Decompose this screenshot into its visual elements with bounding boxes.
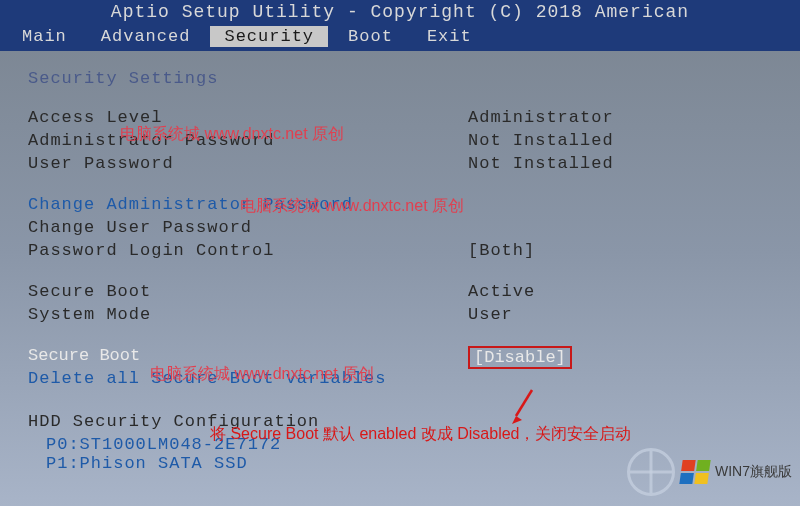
value-user-password: Not Installed xyxy=(468,154,614,173)
row-secure-boot-status: Secure Boot Active xyxy=(28,282,772,301)
logo-text: WIN7旗舰版 xyxy=(715,463,792,481)
logo-area: WIN7旗舰版 xyxy=(627,448,792,496)
value-secure-boot-setting[interactable]: [Disable] xyxy=(468,346,572,369)
content-panel: Security Settings Access Level Administr… xyxy=(0,51,800,481)
row-change-user-password[interactable]: Change User Password xyxy=(28,218,772,237)
row-access-level: Access Level Administrator xyxy=(28,108,772,127)
label-login-control: Password Login Control xyxy=(28,241,468,260)
row-login-control[interactable]: Password Login Control [Both] xyxy=(28,241,772,260)
menu-exit[interactable]: Exit xyxy=(413,26,486,47)
windows-flag-icon xyxy=(679,460,710,484)
menu-advanced[interactable]: Advanced xyxy=(87,26,205,47)
circle-cross-icon xyxy=(627,448,675,496)
menu-boot[interactable]: Boot xyxy=(334,26,407,47)
label-secure-boot-setting: Secure Boot xyxy=(28,346,468,369)
label-admin-password: Administrator Password xyxy=(28,131,468,150)
label-secure-boot-status: Secure Boot xyxy=(28,282,468,301)
annotation-text: 将 Secure Boot 默认 enabled 改成 Disabled，关闭安… xyxy=(210,424,631,445)
delete-secure-boot-variables[interactable]: Delete all Secure Boot variables xyxy=(28,369,772,388)
value-login-control: [Both] xyxy=(468,241,535,260)
value-admin-password: Not Installed xyxy=(468,131,614,150)
section-title: Security Settings xyxy=(28,69,772,88)
label-change-user-password: Change User Password xyxy=(28,218,468,237)
label-access-level: Access Level xyxy=(28,108,468,127)
label-user-password: User Password xyxy=(28,154,468,173)
row-admin-password: Administrator Password Not Installed xyxy=(28,131,772,150)
row-system-mode: System Mode User xyxy=(28,305,772,324)
value-secure-boot-status: Active xyxy=(468,282,535,301)
bios-title-bar: Aptio Setup Utility - Copyright (C) 2018… xyxy=(0,0,800,24)
value-access-level: Administrator xyxy=(468,108,614,127)
change-admin-password[interactable]: Change Administrator Password xyxy=(28,195,772,214)
menu-security[interactable]: Security xyxy=(210,26,328,47)
menu-bar: Main Advanced Security Boot Exit xyxy=(0,24,800,51)
row-user-password: User Password Not Installed xyxy=(28,154,772,173)
menu-main[interactable]: Main xyxy=(8,26,81,47)
label-system-mode: System Mode xyxy=(28,305,468,324)
value-system-mode: User xyxy=(468,305,513,324)
row-secure-boot-setting[interactable]: Secure Boot [Disable] xyxy=(28,346,772,369)
